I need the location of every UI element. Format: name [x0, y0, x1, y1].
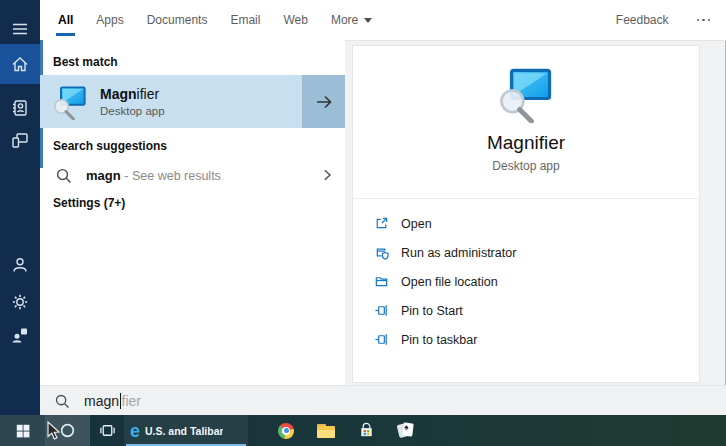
hamburger-menu-button[interactable] — [0, 9, 40, 49]
action-open[interactable]: Open — [353, 209, 699, 238]
navigation-rail — [0, 0, 40, 415]
rail-account-button[interactable] — [0, 245, 40, 285]
windows-search-flyout: All Apps Documents Email Web More Feedba… — [0, 0, 726, 446]
tab-more-label: More — [331, 13, 358, 27]
action-open-file-location[interactable]: Open file location — [353, 267, 699, 296]
suggestion-query: magn — [86, 168, 121, 183]
action-open-label: Open — [401, 217, 432, 231]
search-input[interactable]: magnfier — [40, 385, 726, 415]
open-icon — [374, 216, 401, 231]
search-icon — [40, 393, 84, 409]
search-filter-header: All Apps Documents Email Web More Feedba… — [40, 0, 726, 41]
taskbar-file-explorer-button[interactable] — [306, 415, 346, 446]
preview-actions-list: Open Run as administrator Open file loca… — [353, 209, 699, 354]
title-rest-part: ifier — [137, 86, 160, 102]
action-run-as-administrator[interactable]: Run as administrator — [353, 238, 699, 267]
tab-email[interactable]: Email — [230, 0, 260, 40]
taskbar-chrome-button[interactable] — [266, 415, 306, 446]
preview-app-name: Magnifier — [353, 132, 699, 154]
windows-logo-icon — [15, 423, 31, 439]
taskbar-store-button[interactable] — [346, 415, 386, 446]
tab-documents-label: Documents — [147, 13, 208, 27]
dropdown-triangle-icon — [364, 18, 372, 23]
tab-apps[interactable]: Apps — [96, 0, 123, 40]
taskbar-solitaire-button[interactable] — [386, 415, 426, 446]
action-pin-to-taskbar[interactable]: Pin to taskbar — [353, 325, 699, 354]
gear-icon — [10, 292, 30, 312]
start-button[interactable] — [0, 415, 45, 446]
mouse-cursor — [47, 421, 61, 441]
tab-email-label: Email — [230, 13, 260, 27]
open-file-location-icon — [374, 274, 401, 289]
more-options-icon[interactable] — [695, 15, 713, 26]
microsoft-store-icon — [358, 422, 375, 439]
news-headline-label: U.S. and Taliban Agre... — [145, 425, 223, 437]
section-search-suggestions: Search suggestions — [40, 139, 345, 153]
suggestion-hint: - See web results — [124, 169, 221, 183]
filter-tabs: All Apps Documents Email Web More — [40, 0, 372, 40]
tab-web[interactable]: Web — [283, 0, 307, 40]
app-preview-panel: Magnifier Desktop app Open Run as admini… — [352, 45, 700, 383]
action-open-file-location-label: Open file location — [401, 275, 498, 289]
typed-text: magn — [84, 393, 119, 409]
action-pin-start-label: Pin to Start — [401, 304, 463, 318]
preview-divider — [353, 198, 699, 199]
best-match-result-magnifier[interactable]: Magnifier Desktop app — [40, 75, 345, 128]
taskbar: e U.S. and Taliban Agre... — [0, 415, 726, 446]
best-match-title: Magnifier — [100, 86, 302, 102]
action-pin-taskbar-label: Pin to taskbar — [401, 333, 477, 347]
solitaire-cards-icon — [397, 423, 415, 439]
suggestion-row-magn[interactable]: magn - See web results — [40, 158, 345, 192]
hamburger-icon — [10, 19, 30, 39]
magnifier-app-icon-large — [497, 65, 555, 127]
taskbar-edge-news-button[interactable]: e U.S. and Taliban Agre... — [124, 415, 248, 446]
task-view-button[interactable] — [90, 415, 124, 446]
header-right-group: Feedback — [616, 13, 726, 27]
person-icon — [10, 255, 30, 275]
tab-more[interactable]: More — [331, 0, 372, 40]
active-tab-underline — [56, 33, 75, 36]
edge-icon: e — [130, 422, 140, 440]
action-pin-to-start[interactable]: Pin to Start — [353, 296, 699, 325]
inline-completion-text: fier — [122, 393, 141, 409]
feedback-person-icon — [10, 325, 30, 345]
tab-all[interactable]: All — [58, 0, 73, 40]
search-results-panel: Best match Magnifier Desktop app Search … — [40, 40, 345, 385]
chrome-icon — [278, 423, 294, 439]
tab-web-label: Web — [283, 13, 307, 27]
section-settings[interactable]: Settings (7+) — [40, 196, 345, 210]
tab-all-label: All — [58, 13, 73, 27]
search-ring-icon — [59, 422, 76, 439]
tab-documents[interactable]: Documents — [147, 0, 208, 40]
devices-icon — [10, 130, 30, 150]
right-arrow-icon — [314, 92, 334, 112]
tab-apps-label: Apps — [96, 13, 123, 27]
section-best-match: Best match — [40, 55, 345, 69]
pin-icon — [374, 332, 401, 347]
best-match-text: Magnifier Desktop app — [100, 86, 302, 117]
magnifier-app-icon — [40, 84, 100, 120]
action-run-admin-label: Run as administrator — [401, 246, 516, 260]
chevron-right-icon — [309, 167, 345, 183]
title-matched-part: Magn — [100, 86, 137, 102]
rail-devices-button[interactable] — [0, 120, 40, 160]
search-icon — [40, 167, 86, 184]
suggestion-text: magn - See web results — [86, 168, 309, 183]
notebook-icon — [10, 98, 30, 118]
rail-home-button[interactable] — [0, 44, 40, 84]
pin-icon — [374, 303, 401, 318]
best-match-subtitle: Desktop app — [100, 105, 302, 117]
file-explorer-icon — [317, 424, 335, 438]
task-view-icon — [99, 422, 116, 439]
expand-preview-button[interactable] — [302, 75, 345, 128]
home-icon — [10, 54, 30, 74]
preview-app-type: Desktop app — [353, 159, 699, 173]
run-admin-icon — [374, 245, 401, 260]
feedback-link[interactable]: Feedback — [616, 13, 669, 27]
search-input-text: magnfier — [84, 393, 141, 409]
rail-feedback-button[interactable] — [0, 315, 40, 355]
